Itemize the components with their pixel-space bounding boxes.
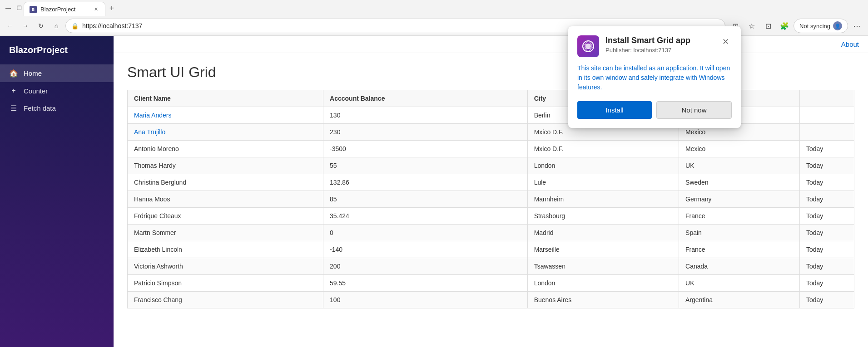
tab-title: BlazorProject (40, 6, 75, 13)
cell-client-name: Thomas Hardy (128, 157, 323, 174)
cell-client-name[interactable]: Maria Anders (128, 107, 323, 124)
client-name-value: Antonio Moreno (134, 145, 179, 152)
new-tab-button[interactable]: + (105, 2, 118, 15)
cell-country: Sweden (679, 174, 800, 191)
cell-balance: 0 (323, 225, 528, 241)
page-content: Smart UI Grid Client Name Acccount Balan… (114, 53, 868, 319)
counter-icon: + (9, 87, 18, 95)
popup-header: Install Smart Grid app Publisher: localh… (577, 35, 732, 57)
cell-city: London (527, 275, 679, 292)
cell-balance: 200 (323, 258, 528, 275)
cell-date: Today (800, 208, 854, 225)
cell-city: London (527, 157, 679, 174)
cell-country: Mexico (679, 141, 800, 157)
toolbar-right: ⊞ ☆ ⊡ 🧩 Not syncing 👤 ⋯ (728, 19, 864, 33)
client-name-value: Frdrique Citeaux (134, 212, 181, 220)
client-name-value[interactable]: Ana Trujillo (134, 128, 165, 136)
cell-country: France (679, 208, 800, 225)
sidebar-item-counter[interactable]: + Counter (0, 82, 114, 99)
cell-client-name[interactable]: Ana Trujillo (128, 124, 323, 141)
cell-country: Argentina (679, 292, 800, 308)
window-restore[interactable]: ❐ (15, 4, 24, 13)
forward-button[interactable]: → (19, 20, 32, 32)
cell-city: Strasbourg (527, 208, 679, 225)
table-row: Antonio Moreno -3500 Mxico D.F. Mexico T… (128, 141, 854, 157)
not-syncing-button[interactable]: Not syncing 👤 (794, 19, 848, 33)
tab-close-button[interactable]: ✕ (92, 6, 99, 13)
svg-point-2 (583, 44, 594, 49)
client-name-value: Thomas Hardy (134, 162, 176, 169)
data-table: Client Name Acccount Balance City Countr… (127, 90, 854, 308)
sidebar-nav: 🏠 Home + Counter ☰ Fetch data (0, 63, 114, 119)
tab-bar: — ❐ B BlazorProject ✕ + (0, 0, 868, 16)
popup-title-block: Install Smart Grid app Publisher: localh… (605, 35, 713, 54)
table-row: Patricio Simpson 59.55 London UK Today (128, 275, 854, 292)
client-name-value: Elizabeth Lincoln (134, 246, 182, 253)
cell-city: Tsawassen (527, 258, 679, 275)
cell-country: UK (679, 275, 800, 292)
tab-favicon: B (30, 6, 37, 13)
not-now-button[interactable]: Not now (656, 101, 732, 119)
popup-app-icon (577, 35, 599, 57)
cell-date: Today (800, 275, 854, 292)
table-row: Martn Sommer 0 Madrid Spain Today (128, 225, 854, 241)
client-name-value: Christina Berglund (134, 179, 186, 186)
publisher-label: Publisher: (605, 47, 632, 54)
cell-city: Lule (527, 174, 679, 191)
table-row: Thomas Hardy 55 London UK Today (128, 157, 854, 174)
table-row: Elizabeth Lincoln -140 Marseille France … (128, 241, 854, 258)
about-link[interactable]: About (841, 40, 859, 48)
sidebar-item-fetch-data-label: Fetch data (24, 104, 56, 112)
cell-balance: 85 (323, 191, 528, 208)
sidebar-item-home[interactable]: 🏠 Home (0, 64, 114, 82)
cell-date (800, 107, 854, 124)
cell-country: Spain (679, 225, 800, 241)
table-row: Hanna Moos 85 Mannheim Germany Today (128, 191, 854, 208)
back-button[interactable]: ← (4, 20, 16, 32)
favorites-button[interactable]: ☆ (744, 19, 759, 33)
cell-country: France (679, 241, 800, 258)
cell-client-name: Martn Sommer (128, 225, 323, 241)
not-syncing-label: Not syncing (799, 23, 830, 29)
popup-close-button[interactable]: ✕ (719, 35, 732, 48)
sidebar-item-fetch-data[interactable]: ☰ Fetch data (0, 99, 114, 117)
cell-client-name: Patricio Simpson (128, 275, 323, 292)
table-wrapper: Client Name Acccount Balance City Countr… (127, 90, 854, 308)
cell-country: UK (679, 157, 800, 174)
lock-icon: 🔒 (71, 23, 79, 29)
window-minimize[interactable]: — (4, 4, 13, 13)
reload-button[interactable]: ↻ (35, 20, 47, 32)
cell-date: Today (800, 174, 854, 191)
cell-balance: 230 (323, 124, 528, 141)
extensions-button[interactable]: 🧩 (777, 19, 792, 33)
table-row: Victoria Ashworth 200 Tsawassen Canada T… (128, 258, 854, 275)
col-client-name: Client Name (128, 90, 323, 107)
client-name-value: Victoria Ashworth (134, 263, 183, 270)
popup-actions: Install Not now (577, 101, 732, 119)
cell-balance: -3500 (323, 141, 528, 157)
client-name-value: Hanna Moos (134, 195, 170, 203)
home-button[interactable]: ⌂ (50, 20, 63, 32)
app-logo-icon (581, 39, 595, 53)
cell-balance: 59.55 (323, 275, 528, 292)
cell-city: Madrid (527, 225, 679, 241)
home-icon: 🏠 (9, 69, 18, 78)
browser-menu-button[interactable]: ⋯ (850, 19, 864, 33)
collections-button[interactable]: ⊡ (761, 19, 775, 33)
client-name-value: Patricio Simpson (134, 279, 182, 287)
cell-city: Marseille (527, 241, 679, 258)
sidebar-item-counter-label: Counter (24, 87, 48, 95)
cell-country: Canada (679, 258, 800, 275)
cell-city: Buenos Aires (527, 292, 679, 308)
client-name-value[interactable]: Maria Anders (134, 112, 171, 119)
cell-client-name: Frdrique Citeaux (128, 208, 323, 225)
cell-date: Today (800, 157, 854, 174)
sidebar-item-home-label: Home (24, 69, 42, 77)
install-button[interactable]: Install (577, 101, 652, 119)
table-row: Ana Trujillo 230 Mxico D.F. Mexico (128, 124, 854, 141)
active-tab[interactable]: B BlazorProject ✕ (24, 2, 105, 16)
popup-description: This site can be installed as an applica… (577, 64, 732, 92)
table-row: Francisco Chang 100 Buenos Aires Argenti… (128, 292, 854, 308)
col-date (800, 90, 854, 107)
table-header-row: Client Name Acccount Balance City Countr… (128, 90, 854, 107)
